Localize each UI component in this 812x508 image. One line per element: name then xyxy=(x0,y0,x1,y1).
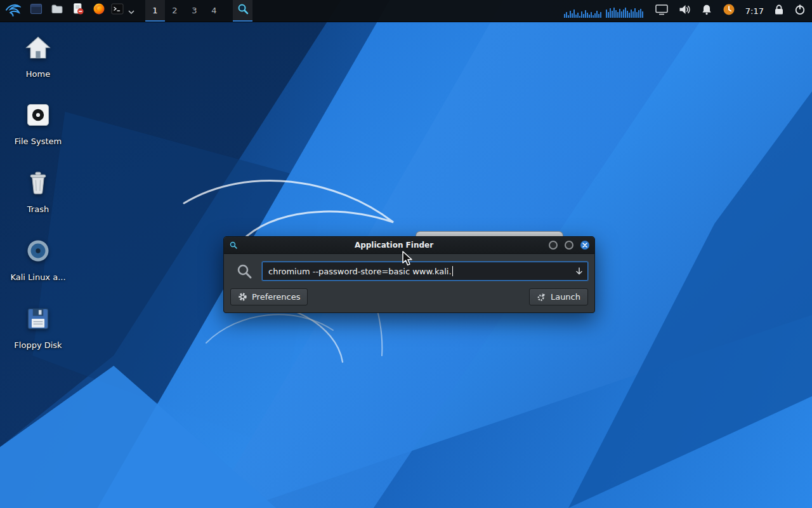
clock-label: 7:17 xyxy=(745,6,764,16)
clock[interactable]: 7:17 xyxy=(745,0,764,22)
preferences-label: Preferences xyxy=(252,292,300,302)
orange-clock-status-icon xyxy=(723,3,735,18)
workspace-3[interactable]: 3 xyxy=(185,0,204,22)
workspace-1[interactable]: 1 xyxy=(145,0,165,22)
launch-label: Launch xyxy=(551,292,580,302)
volume-indicator[interactable] xyxy=(678,0,691,22)
workspace-switcher: 1 2 3 4 xyxy=(145,0,224,22)
power-button[interactable] xyxy=(794,0,806,22)
workspace-label: 1 xyxy=(152,6,157,15)
launcher-firefox[interactable] xyxy=(88,0,109,22)
app-finder-icon xyxy=(237,3,249,18)
workspace-label: 2 xyxy=(172,6,177,15)
taskbar-app-finder-button[interactable] xyxy=(233,0,252,22)
preferences-button[interactable]: Preferences xyxy=(230,288,308,305)
desktop-icon-floppy[interactable]: Floppy Disk xyxy=(0,304,76,350)
status-indicator-orange[interactable] xyxy=(723,0,735,22)
terminal-dropdown-button[interactable] xyxy=(126,0,136,22)
search-row: chromium --password-store=basic www.kali… xyxy=(230,262,588,281)
window-app-icon xyxy=(30,3,43,18)
home-icon xyxy=(23,33,53,62)
volume-icon xyxy=(678,4,691,18)
window-controls xyxy=(549,241,589,250)
top-panel: 1 2 3 4 xyxy=(0,0,812,22)
finder-body: chromium --password-store=basic www.kali… xyxy=(224,254,594,312)
text-editor-icon xyxy=(72,3,84,18)
applications-menu-button[interactable] xyxy=(0,0,25,22)
titlebar[interactable]: Application Finder xyxy=(224,237,594,254)
lock-icon xyxy=(774,4,784,18)
search-icon xyxy=(236,263,252,279)
activity-graph[interactable] xyxy=(564,0,645,22)
launcher-terminal[interactable] xyxy=(109,0,126,22)
minimize-button[interactable] xyxy=(549,241,558,250)
lock-screen-button[interactable] xyxy=(774,0,784,22)
power-icon xyxy=(794,4,806,18)
desktop-icon-home[interactable]: Home xyxy=(0,33,76,79)
desktop-icon-label: Home xyxy=(26,69,50,79)
dropdown-arrow-icon[interactable] xyxy=(575,267,584,276)
button-row: Preferences Launch xyxy=(230,288,588,305)
kali-menu-icon xyxy=(5,1,21,20)
file-system-drive-icon xyxy=(23,100,53,130)
desktop-icon-kali-cd[interactable]: Kali Linux a... xyxy=(0,236,76,282)
launcher-file-manager[interactable] xyxy=(46,0,67,22)
text-caret xyxy=(452,266,454,276)
chevron-down-icon xyxy=(128,4,134,17)
firefox-icon xyxy=(93,3,105,18)
launch-icon xyxy=(537,292,546,302)
workspace-label: 4 xyxy=(211,6,216,15)
display-indicator[interactable] xyxy=(655,0,668,22)
workspace-4[interactable]: 4 xyxy=(204,0,224,22)
desktop-icon-file-system[interactable]: File System xyxy=(0,100,76,146)
kali-disc-icon xyxy=(23,236,53,265)
display-icon xyxy=(655,4,668,18)
workspace-2[interactable]: 2 xyxy=(165,0,185,22)
trash-icon xyxy=(23,168,53,197)
launcher-text-editor[interactable] xyxy=(67,0,88,22)
close-button[interactable] xyxy=(580,241,589,250)
maximize-button[interactable] xyxy=(565,241,573,250)
floppy-disk-icon xyxy=(23,304,53,333)
desktop-icon-label: File System xyxy=(15,137,62,146)
gear-icon xyxy=(238,292,247,302)
system-tray: 7:17 xyxy=(564,0,812,22)
notifications-bell-icon xyxy=(701,4,712,18)
terminal-icon xyxy=(111,3,124,18)
notifications-indicator[interactable] xyxy=(701,0,712,22)
desktop-icon-label: Kali Linux a... xyxy=(10,272,65,282)
app-finder-icon xyxy=(229,241,239,250)
application-finder-window: Application Finder chromium --password-s… xyxy=(223,236,595,313)
search-input[interactable]: chromium --password-store=basic www.kali… xyxy=(262,262,588,281)
desktop-icon-label: Trash xyxy=(27,204,49,214)
desktop-icon-label: Floppy Disk xyxy=(14,340,62,350)
file-manager-icon xyxy=(51,3,63,18)
search-input-value: chromium --password-store=basic www.kali… xyxy=(268,267,452,276)
close-icon xyxy=(582,243,587,248)
window-title: Application Finder xyxy=(239,241,549,250)
launcher-window-app[interactable] xyxy=(25,0,46,22)
workspace-label: 3 xyxy=(192,6,197,15)
desktop-icon-trash[interactable]: Trash xyxy=(0,168,76,214)
launch-button[interactable]: Launch xyxy=(529,288,588,305)
